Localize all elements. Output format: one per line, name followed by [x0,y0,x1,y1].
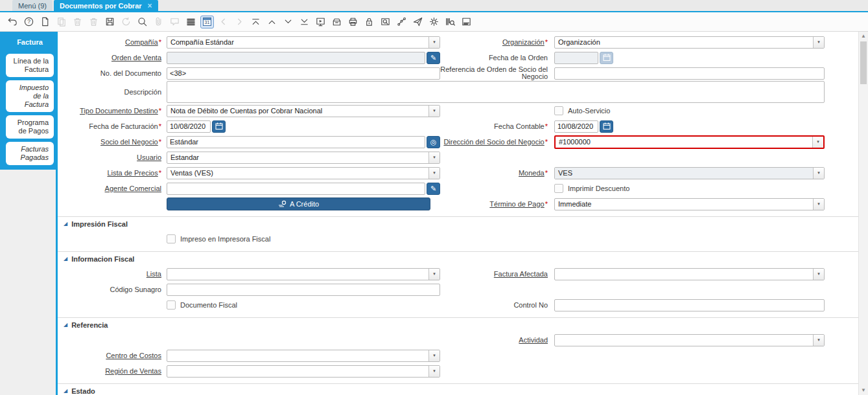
window-tab-label: Documentos por Cobrar [60,2,142,10]
compania-select[interactable]: Compañía Estándar▾ [167,36,440,49]
centro-de-costos-select[interactable]: ▾ [167,350,440,362]
calendar-button[interactable] [212,120,226,133]
imprimir-descuento-checkbox[interactable] [554,184,563,193]
field-cell [167,120,440,133]
business-partner-info-icon[interactable]: ◎ [427,136,440,148]
window-help-icon[interactable] [458,15,475,29]
form-row: A CréditoTérmino de Pago*Immediate▾ [58,196,868,212]
termino-de-pago-select[interactable]: Immediate▾ [554,198,825,210]
next-record-icon[interactable] [280,15,296,29]
scroll-up-icon[interactable]: ▲ [859,32,868,41]
calendar-button[interactable] [600,120,613,133]
collapse-triangle-icon[interactable]: ◢ [64,322,67,328]
lista-select[interactable]: ▾ [167,268,440,280]
record-edit-icon[interactable]: ✎ [427,183,440,195]
dropdown-arrow-icon[interactable]: ▾ [428,350,440,361]
collapse-triangle-icon[interactable]: ◢ [64,256,67,262]
scrollbar-thumb[interactable] [860,41,867,84]
dropdown-arrow-icon[interactable]: ▾ [813,269,824,280]
auto-servicio-checkbox[interactable] [554,106,563,115]
find-icon[interactable] [134,15,150,29]
new-record-icon[interactable] [37,15,53,29]
codigo-sunagro-input[interactable] [167,284,440,296]
organizacion-label: Organización* [440,39,552,46]
dropdown-arrow-icon[interactable]: ▾ [813,168,824,179]
sidebar-tab-factura[interactable]: Factura [6,34,54,51]
usuario-select[interactable]: Estandar▾ [167,152,440,164]
scroll-down-icon[interactable]: ▼ [859,386,868,395]
organizacion-select[interactable]: Organización▾ [554,36,825,49]
dropdown-arrow-icon[interactable]: ▾ [813,199,824,210]
direccion-del-socio-del-negocio-select[interactable]: #1000000▾ [554,135,825,149]
dropdown-arrow-icon[interactable]: ▾ [428,106,440,117]
business-partner-info-icon: ◎ [430,138,437,146]
control-no-input[interactable] [554,299,825,311]
sidebar-tab-linea-de-la-factura[interactable]: Línea de la Factura [6,54,54,77]
tipo-documento-destino-select[interactable]: Nota de Débito de Cuentas por Cobrar Nac… [167,105,440,117]
window-tab-documentos-por-cobrar[interactable]: Documentos por Cobrar× [54,0,158,11]
dropdown-arrow-icon[interactable]: ▾ [428,152,440,163]
no-del-documento-input[interactable] [167,67,440,80]
field-label-text: Moneda [519,169,545,177]
last-record-icon[interactable] [296,15,312,29]
print-icon[interactable] [345,15,361,29]
dropdown-arrow-icon[interactable]: ▾ [428,37,440,48]
required-marker: * [545,122,548,130]
grid-toggle-icon[interactable] [183,15,199,29]
impreso-en-impresora-fiscal-checkbox[interactable] [167,234,176,243]
collapse-triangle-icon[interactable]: ◢ [64,221,67,227]
lock-icon[interactable] [361,15,377,29]
dropdown-arrow-icon[interactable]: ▾ [812,137,823,148]
calendar-icon[interactable]: 31 [200,16,214,28]
undo-icon[interactable] [5,15,21,29]
refresh-icon [118,15,134,29]
window-tab-menu-9[interactable]: Menú (9) [12,0,53,11]
collapse-triangle-icon[interactable]: ◢ [64,389,67,394]
dropdown-arrow-icon[interactable]: ▾ [813,37,824,48]
form-row: Socio del Negocio*◎Dirección del Socio d… [58,134,868,150]
zoom-across-icon[interactable] [377,15,393,29]
usuario-label: Usuario [58,154,167,161]
lista-de-precios-select[interactable]: Ventas (VES)▾ [167,167,440,179]
save-icon[interactable] [102,15,118,29]
field-label-text: Orden de Venta [111,54,161,62]
referencia-de-orden-de-socio-del-negocio-input[interactable] [554,67,825,80]
vertical-scrollbar[interactable]: ▲ ▼ [858,32,868,395]
close-icon[interactable]: × [148,3,152,9]
dropdown-arrow-icon[interactable]: ▾ [428,269,440,280]
archive-icon[interactable] [329,15,345,29]
field-label-text: Organización [502,38,545,46]
workflow-icon[interactable] [393,15,410,29]
first-record-icon[interactable] [248,15,264,29]
fecha-contable-input[interactable] [554,120,598,133]
section-header-estado: ◢Estado [58,383,868,395]
previous-record-icon[interactable] [264,15,280,29]
sidebar-tab-impuesto-de-la-factura[interactable]: Impuesto de la Factura [6,80,54,112]
product-info-icon[interactable] [442,15,458,29]
fecha-de-facturacion-label: Fecha de Facturación* [58,123,167,130]
preferences-icon[interactable] [426,15,442,29]
agente-comercial-input[interactable] [167,183,425,195]
socio-del-negocio-input[interactable] [167,136,425,148]
report-icon[interactable] [312,15,329,29]
dropdown-arrow-icon[interactable]: ▾ [428,366,440,377]
actividad-select[interactable]: ▾ [554,334,825,346]
descripcion-textarea[interactable] [167,81,825,103]
record-edit-icon[interactable]: ✎ [427,52,440,64]
region-de-ventas-select[interactable]: ▾ [167,365,440,378]
help-icon[interactable]: ? [21,15,37,29]
send-mail-icon[interactable] [410,15,426,29]
dropdown-arrow-icon[interactable]: ▾ [428,168,440,179]
a-credito-button[interactable]: A Crédito [167,198,430,210]
lista-de-precios-value: Ventas (VES) [167,168,428,179]
required-marker: * [545,138,548,146]
sidebar-tab-facturas-pagadas[interactable]: Facturas Pagadas [6,142,54,165]
factura-afectada-select[interactable]: ▾ [554,268,825,280]
documento-fiscal-checkbox[interactable] [167,300,176,310]
sidebar-tab-programa-de-pagos[interactable]: Programa de Pagos [6,115,54,139]
field-cell: ✎ [167,183,440,195]
calendar-icon [215,122,224,131]
dropdown-arrow-icon[interactable]: ▾ [813,335,824,346]
moneda-select[interactable]: VES▾ [554,167,825,179]
fecha-de-facturacion-input[interactable] [167,120,211,133]
